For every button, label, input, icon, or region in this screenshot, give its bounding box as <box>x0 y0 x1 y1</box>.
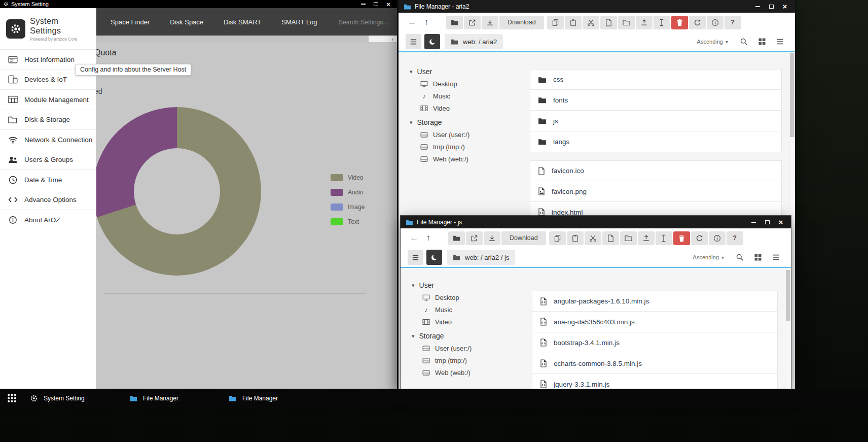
sort-order-dropdown[interactable]: Ascending <box>697 39 728 45</box>
open-new-tab-button[interactable] <box>464 16 481 29</box>
cut-button[interactable] <box>583 16 599 29</box>
menu-button[interactable] <box>406 34 421 49</box>
delete-button[interactable] <box>671 16 688 29</box>
tree-item-music[interactable]: Music <box>422 303 525 316</box>
tree-item-tmp-drive[interactable]: tmp (tmp:/) <box>420 141 523 153</box>
download-icon-button[interactable] <box>484 231 500 245</box>
taskbar-item-file-manager-2[interactable]: File Manager <box>224 391 318 405</box>
taskbar-item-file-manager-1[interactable]: File Manager <box>125 391 219 405</box>
sidebar-item-advance-options[interactable]: Advance Options <box>0 190 96 210</box>
sidebar-item-module-management[interactable]: Module Management <box>0 89 96 110</box>
up-button[interactable] <box>422 233 435 243</box>
tree-item-video[interactable]: Video <box>422 316 525 328</box>
upload-button[interactable] <box>636 16 653 29</box>
file-row-favicon-png[interactable]: favicon.png <box>530 181 782 202</box>
open-folder-button[interactable] <box>448 231 465 245</box>
paste-button[interactable] <box>565 16 582 29</box>
tree-item-user-drive[interactable]: User (user:/) <box>422 342 525 354</box>
settings-search-input[interactable] <box>339 19 397 26</box>
close-button[interactable] <box>776 216 786 228</box>
sort-order-dropdown[interactable]: Ascending <box>693 254 724 260</box>
copy-button[interactable] <box>547 16 564 29</box>
legend-item-text[interactable]: Text <box>331 214 365 229</box>
sidebar-item-date-time[interactable]: Date & Time <box>0 169 96 190</box>
new-folder-button[interactable] <box>618 16 635 29</box>
taskbar-item-system-setting[interactable]: System Setting <box>25 391 120 405</box>
scrollbar-thumb[interactable] <box>96 36 369 42</box>
new-file-button[interactable] <box>602 231 619 245</box>
maximize-button[interactable] <box>766 0 776 13</box>
file-row-js[interactable]: js <box>530 111 782 131</box>
tree-section-storage[interactable]: Storage <box>410 116 523 128</box>
tree-section-storage[interactable]: Storage <box>412 330 525 342</box>
upload-button[interactable] <box>638 231 655 245</box>
legend-item-image[interactable]: Image <box>331 199 365 214</box>
minimize-button[interactable] <box>752 0 763 13</box>
tree-item-desktop[interactable]: Desktop <box>422 291 525 303</box>
close-button[interactable] <box>780 0 790 13</box>
dark-mode-toggle[interactable] <box>426 250 442 265</box>
download-icon-button[interactable] <box>482 16 498 29</box>
back-button[interactable] <box>408 233 421 243</box>
fm-titlebar[interactable]: File Manager - js <box>401 216 791 228</box>
tab-disk-space[interactable]: Disk Space <box>160 18 213 26</box>
file-row-fonts[interactable]: fonts <box>530 90 782 111</box>
download-button[interactable]: Download <box>501 231 546 245</box>
info-button[interactable] <box>709 231 726 245</box>
tab-space-finder[interactable]: Space Finder <box>100 18 160 26</box>
info-button[interactable] <box>707 16 724 29</box>
file-row-favicon-ico[interactable]: favicon.ico <box>530 160 782 181</box>
tree-section-user[interactable]: User <box>412 279 525 291</box>
tab-smart-log[interactable]: SMART Log <box>271 18 327 26</box>
dark-mode-toggle[interactable] <box>424 34 440 49</box>
new-file-button[interactable] <box>600 16 617 29</box>
maximize-button[interactable] <box>371 0 381 8</box>
tab-disk-smart[interactable]: Disk SMART <box>213 18 271 26</box>
tree-item-desktop[interactable]: Desktop <box>420 78 523 90</box>
tree-section-user[interactable]: User <box>410 65 523 78</box>
grid-view-button[interactable] <box>754 34 770 49</box>
up-button[interactable] <box>420 17 433 27</box>
file-row-langs[interactable]: langs <box>530 131 782 152</box>
maximize-button[interactable] <box>762 216 772 228</box>
tree-item-web-drive[interactable]: Web (web:/) <box>422 366 525 379</box>
file-row-echarts[interactable]: echarts-common-3.8.5.min.js <box>532 353 778 374</box>
vertical-scrollbar[interactable] <box>785 268 791 389</box>
legend-item-video[interactable]: Video <box>331 170 365 185</box>
sidebar-item-disk-storage[interactable]: Disk & Storage <box>0 110 96 130</box>
apps-grid-button[interactable] <box>3 390 20 406</box>
file-row-jquery[interactable]: jquery-3.3.1.min.js <box>532 374 778 389</box>
download-button[interactable]: Download <box>499 16 544 29</box>
search-button[interactable] <box>732 250 747 265</box>
open-new-tab-button[interactable] <box>466 231 483 245</box>
fm-titlebar[interactable]: File Manager - aria2 <box>399 0 795 13</box>
file-row-angular[interactable]: angular-packages-1.6.10.min.js <box>532 291 778 312</box>
horizontal-scrollbar[interactable] <box>96 36 397 42</box>
scrollbar-thumb[interactable] <box>786 270 790 321</box>
list-view-button[interactable] <box>769 250 784 265</box>
search-button[interactable] <box>736 34 751 49</box>
cut-button[interactable] <box>585 231 601 245</box>
sidebar-item-users-groups[interactable]: Users & Groups <box>0 150 96 170</box>
sidebar-item-network-connection[interactable]: Network & Connection <box>0 129 96 150</box>
delete-button[interactable] <box>673 231 690 245</box>
tree-item-video[interactable]: Video <box>420 102 523 114</box>
tree-item-music[interactable]: Music <box>420 90 523 102</box>
legend-item-audio[interactable]: Audio <box>331 185 365 199</box>
file-row-css[interactable]: css <box>530 69 782 90</box>
copy-button[interactable] <box>549 231 566 245</box>
tree-item-web-drive[interactable]: Web (web:/) <box>420 153 523 165</box>
back-button[interactable] <box>406 17 419 27</box>
help-button[interactable] <box>725 16 741 29</box>
refresh-button[interactable] <box>689 16 706 29</box>
close-button[interactable] <box>383 0 393 8</box>
refresh-button[interactable] <box>691 231 708 245</box>
scroll-right-arrow-icon[interactable] <box>389 36 396 42</box>
open-folder-button[interactable] <box>446 16 463 29</box>
file-row-aria-ng[interactable]: aria-ng-da5356c403.min.js <box>532 312 778 332</box>
rename-button[interactable] <box>656 231 672 245</box>
minimize-button[interactable] <box>748 216 758 228</box>
help-button[interactable] <box>727 231 743 245</box>
system-settings-titlebar[interactable]: System Setting <box>0 0 397 8</box>
sidebar-item-about-aroz[interactable]: About ArOZ <box>0 210 96 230</box>
